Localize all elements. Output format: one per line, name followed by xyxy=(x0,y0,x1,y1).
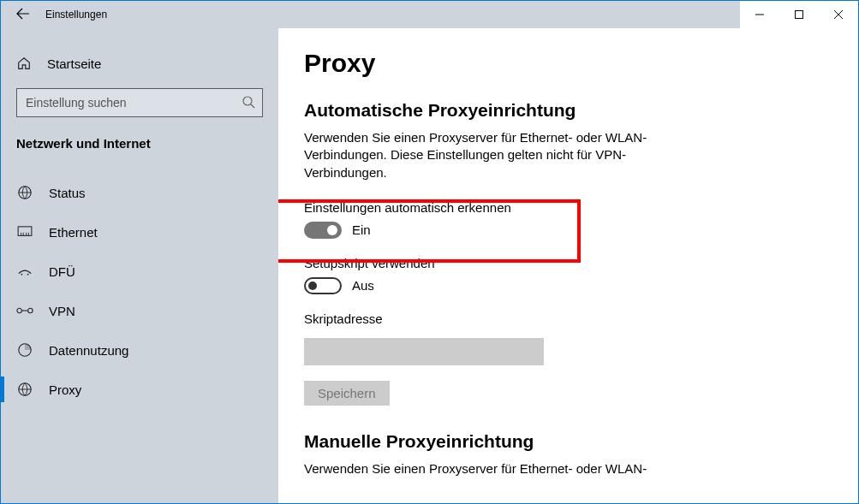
detect-settings-state: Ein xyxy=(352,222,371,237)
sidebar-item-label: Datennutzung xyxy=(49,343,128,358)
svg-point-7 xyxy=(28,308,33,312)
window-controls xyxy=(740,1,858,28)
detect-settings-label: Einstellungen automatisch erkennen xyxy=(304,200,832,215)
sidebar-item-proxy[interactable]: Proxy xyxy=(1,370,263,409)
maximize-icon xyxy=(795,10,803,19)
setup-script-label: Setupskript verwenden xyxy=(304,256,832,270)
setup-script-block: Setupskript verwenden Aus xyxy=(304,256,832,294)
setup-script-toggle[interactable] xyxy=(304,277,342,294)
maximize-button[interactable] xyxy=(779,1,819,28)
home-label: Startseite xyxy=(47,56,101,71)
ethernet-icon xyxy=(16,226,33,238)
dialup-icon xyxy=(16,265,33,277)
sidebar-item-datausage[interactable]: Datennutzung xyxy=(1,330,263,370)
svg-point-6 xyxy=(17,308,21,312)
close-icon xyxy=(834,10,843,19)
setup-script-state: Aus xyxy=(352,278,374,293)
save-button[interactable]: Speichern xyxy=(304,381,390,406)
sidebar-item-label: Proxy xyxy=(49,382,81,397)
sidebar-item-status[interactable]: Status xyxy=(1,173,263,212)
window-title: Einstellungen xyxy=(45,9,107,21)
sidebar-item-label: Ethernet xyxy=(49,225,98,240)
search-box[interactable] xyxy=(16,88,263,117)
manual-proxy-description: Verwenden Sie einen Proxyserver für Ethe… xyxy=(304,460,672,477)
svg-point-5 xyxy=(27,274,29,276)
vpn-icon xyxy=(16,305,33,316)
globe-icon xyxy=(16,185,33,200)
search-input[interactable] xyxy=(26,96,242,110)
home-link[interactable]: Startseite xyxy=(16,47,263,80)
page-title: Proxy xyxy=(304,49,832,78)
close-button[interactable] xyxy=(819,1,858,28)
svg-rect-0 xyxy=(796,11,803,19)
auto-proxy-heading: Automatische Proxyeinrichtung xyxy=(304,100,832,121)
arrow-left-icon xyxy=(16,7,30,21)
back-button[interactable] xyxy=(16,7,30,23)
data-usage-icon xyxy=(16,342,33,358)
search-icon xyxy=(242,95,255,111)
sidebar-item-dialup[interactable]: DFÜ xyxy=(1,252,263,291)
sidebar: Startseite Netzwerk und Internet Status … xyxy=(1,28,278,503)
svg-point-1 xyxy=(243,97,252,105)
sidebar-item-label: VPN xyxy=(49,304,75,318)
minimize-button[interactable] xyxy=(740,1,779,28)
auto-proxy-description: Verwenden Sie einen Proxyserver für Ethe… xyxy=(304,129,672,181)
sidebar-item-ethernet[interactable]: Ethernet xyxy=(1,212,263,252)
sidebar-item-label: Status xyxy=(49,186,86,200)
detect-settings-toggle[interactable] xyxy=(304,222,342,239)
main-content: Proxy Automatische Proxyeinrichtung Verw… xyxy=(278,28,858,503)
minimize-icon xyxy=(755,10,764,19)
home-icon xyxy=(16,56,32,71)
sidebar-item-vpn[interactable]: VPN xyxy=(1,291,263,330)
manual-proxy-heading: Manuelle Proxyeinrichtung xyxy=(304,431,832,452)
proxy-icon xyxy=(16,382,33,397)
script-address-label: Skriptadresse xyxy=(304,311,832,326)
category-heading: Netzwerk und Internet xyxy=(16,136,263,151)
svg-rect-3 xyxy=(18,227,32,236)
nav-list: Status Ethernet DFÜ VPN xyxy=(1,173,263,409)
titlebar: Einstellungen xyxy=(1,1,858,28)
script-address-input[interactable] xyxy=(304,338,544,365)
sidebar-item-label: DFÜ xyxy=(49,264,75,279)
detect-settings-block: Einstellungen automatisch erkennen Ein xyxy=(304,200,832,239)
svg-point-4 xyxy=(21,274,23,276)
